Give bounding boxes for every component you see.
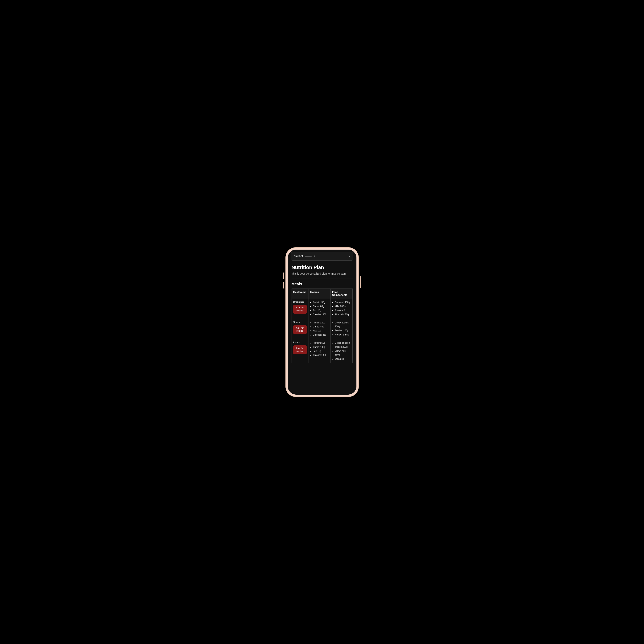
select-dropdown[interactable]: Select ▾ bbox=[291, 252, 353, 261]
macro-item: Protein: 30g bbox=[313, 300, 329, 304]
macro-item: Protein: 50g bbox=[313, 341, 329, 345]
table-row: Snack Ask for recipe Protein: 20g Carbs:… bbox=[292, 319, 352, 339]
select-dot bbox=[314, 256, 315, 257]
screen-content[interactable]: Select ▾ Nutrition Plan This is your per… bbox=[288, 250, 356, 395]
ask-recipe-button-snack[interactable]: Ask for recipe bbox=[293, 325, 307, 334]
food-list-snack: Greek yogurt: 200g Berries: 100g Honey: … bbox=[332, 321, 351, 337]
meal-name-cell-snack: Snack Ask for recipe bbox=[292, 319, 309, 339]
food-cell-breakfast: Oatmeal: 100g Milk: 200ml Banana: 1 Almo… bbox=[330, 298, 352, 319]
food-item: Steamed bbox=[335, 357, 351, 361]
table-row: Breakfast Ask for recipe Protein: 30g Ca… bbox=[292, 298, 352, 319]
macro-item: Carbs: 80g bbox=[313, 304, 329, 308]
macro-item: Fat: 10g bbox=[313, 329, 329, 333]
food-item: Milk: 200ml bbox=[335, 304, 351, 308]
food-list-breakfast: Oatmeal: 100g Milk: 200ml Banana: 1 Almo… bbox=[332, 300, 351, 317]
phone-frame: Select ▾ Nutrition Plan This is your per… bbox=[286, 248, 358, 397]
food-item: Greek yogurt: 200g bbox=[335, 321, 351, 329]
ask-recipe-button-lunch[interactable]: Ask for recipe bbox=[293, 345, 307, 354]
meal-name-cell-lunch: Lunch Ask for recipe bbox=[292, 339, 309, 363]
power-button[interactable] bbox=[360, 276, 361, 288]
food-item: Grilled chicken breast: 200g bbox=[335, 341, 351, 349]
meal-name-cell-breakfast: Breakfast Ask for recipe bbox=[292, 298, 309, 319]
table-row: Lunch Ask for recipe Protein: 50g Carbs:… bbox=[292, 339, 352, 363]
macro-item: Carbs: 40g bbox=[313, 325, 329, 329]
meals-section-title: Meals bbox=[292, 282, 353, 286]
ask-recipe-button-breakfast[interactable]: Ask for recipe bbox=[293, 305, 307, 314]
meals-table: Meal Name Macros Food Components Breakfa… bbox=[292, 289, 353, 363]
macro-item: Calories: 350 bbox=[313, 333, 329, 337]
col-header-macros: Macros bbox=[309, 289, 330, 298]
col-header-meal-name: Meal Name bbox=[292, 289, 309, 298]
food-item: Brown rice: 150g bbox=[335, 349, 351, 357]
macros-list-snack: Protein: 20g Carbs: 40g Fat: 10g Calorie… bbox=[310, 321, 329, 337]
macros-list-lunch: Protein: 50g Carbs: 100g Fat: 15g Calori… bbox=[310, 341, 329, 357]
macro-item: Fat: 20g bbox=[313, 309, 329, 312]
phone-screen: Select ▾ Nutrition Plan This is your per… bbox=[288, 250, 356, 395]
macro-item: Protein: 20g bbox=[313, 321, 329, 325]
page-subtitle: This is your personalized plan for muscl… bbox=[292, 272, 353, 276]
food-item: Oatmeal: 100g bbox=[335, 300, 351, 304]
select-bar: Select ▾ bbox=[288, 250, 356, 262]
macros-cell-lunch: Protein: 50g Carbs: 100g Fat: 15g Calori… bbox=[309, 339, 330, 363]
volume-down-button[interactable] bbox=[283, 282, 284, 289]
food-item: Banana: 1 bbox=[335, 309, 351, 312]
macros-list-breakfast: Protein: 30g Carbs: 80g Fat: 20g Calorie… bbox=[310, 300, 329, 317]
food-item: Honey: 1 tbsp bbox=[335, 333, 351, 337]
food-cell-snack: Greek yogurt: 200g Berries: 100g Honey: … bbox=[330, 319, 352, 339]
macro-item: Calories: 800 bbox=[313, 353, 329, 357]
macros-cell-snack: Protein: 20g Carbs: 40g Fat: 10g Calorie… bbox=[309, 319, 330, 339]
select-label: Select bbox=[294, 254, 303, 258]
food-item: Almonds: 25g bbox=[335, 313, 351, 316]
food-item: Berries: 100g bbox=[335, 329, 351, 332]
food-cell-lunch: Grilled chicken breast: 200g Brown rice:… bbox=[330, 339, 352, 363]
select-pill bbox=[305, 256, 312, 257]
main-content: Nutrition Plan This is your personalized… bbox=[288, 262, 356, 368]
volume-up-button[interactable] bbox=[283, 272, 284, 279]
food-list-lunch: Grilled chicken breast: 200g Brown rice:… bbox=[332, 341, 351, 361]
meal-name-breakfast: Breakfast bbox=[293, 300, 307, 303]
meal-name-lunch: Lunch bbox=[293, 341, 307, 344]
macro-item: Calories: 600 bbox=[313, 313, 329, 316]
page-title: Nutrition Plan bbox=[292, 264, 353, 270]
meal-name-snack: Snack bbox=[293, 321, 307, 324]
select-left: Select bbox=[294, 254, 315, 258]
macro-item: Carbs: 100g bbox=[313, 345, 329, 349]
chevron-down-icon: ▾ bbox=[349, 255, 350, 258]
table-header-row: Meal Name Macros Food Components bbox=[292, 289, 352, 298]
col-header-food: Food Components bbox=[330, 289, 352, 298]
macro-item: Fat: 15g bbox=[313, 349, 329, 353]
macros-cell-breakfast: Protein: 30g Carbs: 80g Fat: 20g Calorie… bbox=[309, 298, 330, 319]
